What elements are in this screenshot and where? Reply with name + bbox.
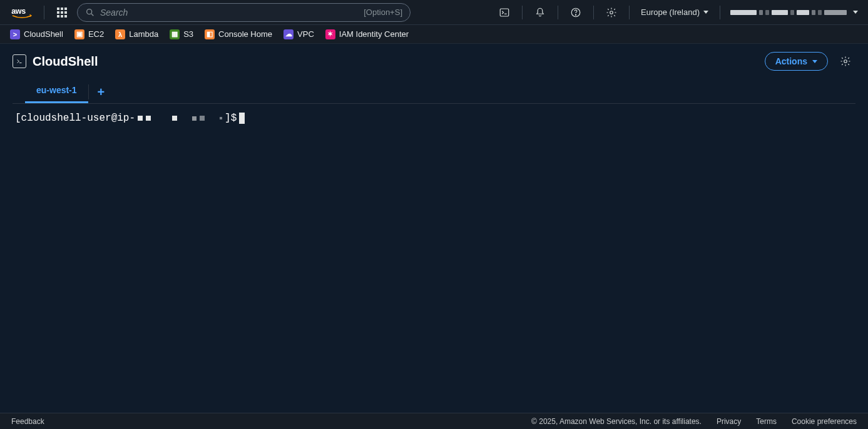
terminal-icon <box>499 7 510 18</box>
s3-icon: ▦ <box>170 29 180 39</box>
region-selector[interactable]: Europe (Ireland) <box>637 5 712 19</box>
global-search[interactable]: [Option+S] <box>77 3 411 22</box>
fav-iam-identity-center[interactable]: ✶IAM Identity Center <box>325 29 409 39</box>
vpc-icon: ☁ <box>283 29 294 39</box>
chevron-down-icon <box>853 11 858 14</box>
bell-icon <box>534 7 546 18</box>
svg-rect-3 <box>500 9 509 16</box>
prompt-suffix: ]$ <box>225 113 237 124</box>
fav-label: EC2 <box>88 29 104 39</box>
chevron-down-icon <box>703 11 708 14</box>
settings-button[interactable] <box>601 3 621 23</box>
region-label: Europe (Ireland) <box>641 8 700 17</box>
fav-console-home[interactable]: ◧Console Home <box>205 29 272 39</box>
cloudshell-settings-button[interactable] <box>835 51 855 71</box>
cloudshell-service-icon <box>13 54 26 68</box>
fav-label: CloudShell <box>24 29 63 39</box>
prompt-prefix: [cloudshell-user@ip- <box>15 113 135 124</box>
services-menu-button[interactable] <box>52 3 72 23</box>
fav-label: S3 <box>183 29 193 39</box>
environment-tabs: eu-west-1 + <box>13 79 855 104</box>
fav-label: Lambda <box>129 29 158 39</box>
account-menu[interactable] <box>728 10 860 15</box>
help-button[interactable] <box>566 3 586 23</box>
search-icon <box>85 8 95 18</box>
separator <box>44 6 44 19</box>
cloudshell-icon: > <box>10 29 20 39</box>
notifications-button[interactable] <box>530 3 550 23</box>
help-icon <box>570 7 581 18</box>
separator <box>593 6 594 19</box>
console-home-icon: ◧ <box>205 29 215 39</box>
fav-vpc[interactable]: ☁VPC <box>283 29 314 39</box>
separator <box>629 6 630 19</box>
fav-cloudshell[interactable]: >CloudShell <box>10 29 63 39</box>
favorites-bar: >CloudShell ▣EC2 λLambda ▦S3 ◧Console Ho… <box>0 25 868 44</box>
separator <box>522 6 523 19</box>
tab-label: eu-west-1 <box>36 85 77 95</box>
svg-point-9 <box>844 60 847 63</box>
console-footer: Feedback © 2025, Amazon Web Services, In… <box>0 413 868 429</box>
iam-icon: ✶ <box>325 29 335 39</box>
lambda-icon: λ <box>115 29 125 39</box>
fav-s3[interactable]: ▦S3 <box>170 29 193 39</box>
chevron-down-icon <box>812 60 817 63</box>
page-title: CloudShell <box>13 54 98 69</box>
actions-label: Actions <box>775 56 807 66</box>
search-input[interactable] <box>100 8 359 18</box>
cloudshell-toggle-button[interactable] <box>494 3 514 23</box>
aws-logo[interactable]: aws <box>8 6 36 19</box>
svg-text:aws: aws <box>11 6 26 15</box>
svg-line-2 <box>91 14 93 16</box>
page-header: CloudShell Actions <box>0 44 868 76</box>
terms-link[interactable]: Terms <box>756 417 777 426</box>
fav-label: VPC <box>297 29 314 39</box>
fav-label: IAM Identity Center <box>339 29 409 39</box>
actions-button[interactable]: Actions <box>765 52 828 71</box>
search-shortcut-hint: [Option+S] <box>364 8 402 17</box>
add-tab-button[interactable]: + <box>89 81 114 103</box>
plus-icon: + <box>98 85 105 99</box>
top-nav: aws [Option+S] Europe (Ireland) <box>0 0 868 25</box>
svg-point-1 <box>87 9 92 14</box>
copyright-text: © 2025, Amazon Web Services, Inc. or its… <box>531 417 702 426</box>
page-title-text: CloudShell <box>33 54 98 69</box>
separator <box>720 6 720 19</box>
redacted-ip <box>138 116 222 121</box>
gear-icon <box>840 56 851 67</box>
grid-icon <box>57 8 67 18</box>
ec2-icon: ▣ <box>74 29 84 39</box>
svg-point-6 <box>575 14 576 15</box>
tab-eu-west-1[interactable]: eu-west-1 <box>25 79 88 103</box>
privacy-link[interactable]: Privacy <box>717 417 741 426</box>
cookie-preferences-link[interactable]: Cookie preferences <box>792 417 857 426</box>
separator <box>558 6 558 19</box>
fav-label: Console Home <box>218 29 272 39</box>
fav-lambda[interactable]: λLambda <box>115 29 158 39</box>
svg-point-7 <box>610 11 613 14</box>
terminal-output[interactable]: [cloudshell-user@ip-]$ <box>0 104 868 133</box>
feedback-link[interactable]: Feedback <box>11 417 44 426</box>
terminal-cursor <box>239 113 245 124</box>
fav-ec2[interactable]: ▣EC2 <box>74 29 104 39</box>
gear-icon <box>606 7 617 18</box>
